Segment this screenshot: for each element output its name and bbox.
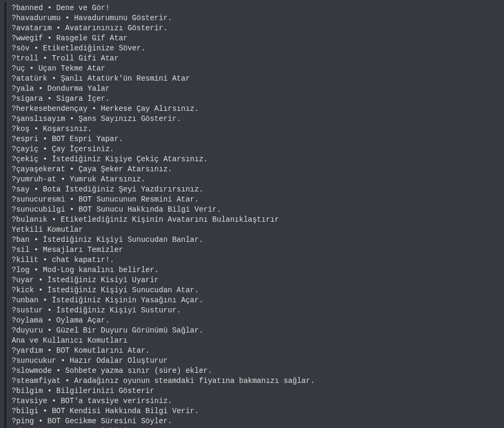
- command-line: ?bilgim • Bilgilerinizi Gösterir: [12, 386, 500, 396]
- command-line: ?unban • İstediğiniz Kişinin Yasağını Aç…: [12, 295, 500, 305]
- separator: •: [65, 205, 79, 214]
- separator: •: [38, 135, 51, 143]
- command-name: ?uç: [12, 64, 25, 73]
- command-description: Bota İstediğiniz Şeyi Yazdırırsınız.: [43, 185, 203, 194]
- separator: •: [52, 366, 65, 375]
- command-line: ?slowmode • Sohbete yazma sınır (süre) e…: [12, 366, 500, 376]
- command-name: ?herkesebendençay: [12, 104, 88, 113]
- command-description: Etiketlediğiniz Kişinin Avatarını Bulanı…: [60, 215, 279, 224]
- command-description: chat kapatır!.: [52, 256, 115, 264]
- command-name: ?kick: [12, 286, 34, 294]
- command-line: ?koş • Koşarsınız.: [12, 124, 500, 134]
- command-line: ?ping • BOT Gecikme Süresini Söyler.: [12, 416, 500, 426]
- separator: •: [34, 84, 47, 93]
- separator: •: [56, 356, 69, 365]
- command-name: ?sigara: [12, 94, 43, 103]
- command-description: BOT Sunucunun Resmini Atar.: [79, 195, 199, 204]
- command-description: Uçan Tekme Atar: [38, 64, 105, 73]
- separator: •: [38, 145, 51, 153]
- command-line: ?sunucukur • Hazır Odalar Oluşturur: [12, 356, 500, 366]
- command-description: BOT'a tavsiye verirsiniz.: [60, 397, 172, 405]
- command-name: ?çayiç: [12, 145, 38, 153]
- command-name: ?ban: [12, 235, 30, 244]
- command-description: İstediğiniz Kişiye Çekiç Atarsınız.: [52, 155, 208, 163]
- separator: •: [43, 316, 56, 325]
- command-description: Rasgele Gif Atar: [56, 34, 127, 42]
- command-name: ?slowmode: [12, 366, 52, 375]
- separator: •: [25, 64, 38, 73]
- command-description: BOT Kendisi Hakkında Bilgi Verir.: [52, 407, 199, 415]
- command-name: ?bulanık: [12, 215, 47, 224]
- command-line: ?say • Bota İstediğiniz Şeyi Yazdırırsın…: [12, 185, 500, 195]
- command-name: ?yumruh-at: [12, 175, 56, 184]
- command-line: ?çayaşekerat • Çaya Şeker Atarsınız.: [12, 164, 500, 174]
- command-line: ?duyuru • Güzel Bir Duyuru Görünümü Sağl…: [12, 326, 500, 336]
- command-line: ?tavsiye • BOT'a tavsiye verirsiniz.: [12, 396, 500, 406]
- command-name: ?unban: [12, 296, 38, 304]
- separator: •: [30, 125, 43, 133]
- command-name: ?havadurumu: [12, 14, 60, 22]
- separator: •: [38, 256, 51, 264]
- command-name: ?sunucukur: [12, 356, 56, 365]
- separator: •: [30, 266, 43, 274]
- command-description: İstediğiniz Kişinin Yasağını Açar.: [52, 296, 204, 304]
- command-line: ?çayiç • Çay İçersiniz.: [12, 144, 500, 154]
- command-line: ?yala • Dondurma Yalar: [12, 84, 500, 94]
- command-name: ?uyar: [12, 276, 34, 284]
- command-name: ?yala: [12, 84, 34, 93]
- command-name: ?sil: [12, 246, 30, 254]
- separator: •: [30, 235, 43, 244]
- command-description: Çay İçersiniz.: [52, 145, 115, 153]
- command-name: ?bilgim: [12, 387, 43, 395]
- command-name: ?atatürk: [12, 74, 47, 83]
- command-name: ?troll: [12, 54, 38, 63]
- command-name: ?tavsiye: [12, 397, 47, 405]
- command-description: BOT Gecikme Süresini Söyler.: [47, 417, 172, 425]
- command-line: ?sil • Mesajları Temizler: [12, 245, 500, 255]
- command-line: ?ban • İstediğiniz Kişiyi Sunucudan Banl…: [12, 235, 500, 245]
- command-name: ?say: [12, 185, 30, 194]
- separator: •: [38, 155, 51, 163]
- separator: •: [34, 276, 47, 284]
- separator: •: [38, 54, 51, 63]
- separator: •: [34, 286, 47, 294]
- command-description: Sohbete yazma sınır (süre) ekler.: [65, 366, 212, 375]
- command-description: Güzel Bir Duyuru Görünümü Sağlar.: [56, 326, 203, 335]
- command-line: ?espri • BOT Espri Yapar.: [12, 134, 500, 144]
- separator: •: [43, 387, 56, 395]
- command-description: Etiketlediğinize Söver.: [43, 44, 145, 53]
- separator: •: [47, 397, 60, 405]
- command-description: Şanlı Atatürk'ün Resmini Atar: [60, 74, 190, 83]
- command-name: ?log: [12, 266, 30, 274]
- command-line: ?yumruh-at • Yumruk Atarsınız.: [12, 174, 500, 185]
- command-line: ?kick • İstediğiniz Kişiyi Sunucudan Ata…: [12, 285, 500, 295]
- separator: •: [60, 14, 74, 22]
- command-description: Havadurumunu Gösterir.: [74, 14, 172, 22]
- command-line: ?uyar • İstediğiniz Kisiyi Uyarir: [12, 275, 500, 285]
- command-name: ?sunucuresmi: [12, 195, 65, 204]
- command-line: ?sunucubilgi • BOT Sunucu Hakkında Bilgi…: [12, 205, 500, 215]
- command-description: Koşarsınız.: [43, 125, 92, 133]
- command-name: ?wwegif: [12, 34, 43, 42]
- command-line: ?oylama • Oylama Açar.: [12, 316, 500, 326]
- command-line: ?söv • Etiketlediğinize Söver.: [12, 43, 500, 54]
- command-name: ?sustur: [12, 306, 43, 315]
- command-description: Bilgilerinizi Gösterir: [56, 387, 154, 395]
- command-line: ?steamfiyat • Aradağınız oyunun steamdak…: [12, 376, 500, 386]
- command-description: Avatarınınızı Gösterir.: [65, 24, 168, 32]
- command-name: ?bilgi: [12, 407, 38, 415]
- separator: •: [56, 175, 69, 184]
- command-name: ?sunucubilgi: [12, 205, 65, 214]
- command-description: Mod-Log kanalını belirler.: [43, 266, 159, 274]
- command-name: ?espri: [12, 135, 38, 143]
- command-line: ?log • Mod-Log kanalını belirler.: [12, 265, 500, 275]
- command-line: ?havadurumu • Havadurumunu Gösterir.: [12, 13, 500, 23]
- command-line: ?bulanık • Etiketlediğiniz Kişinin Avata…: [12, 215, 500, 225]
- separator: •: [30, 185, 43, 194]
- command-description: BOT Espri Yapar.: [52, 135, 123, 143]
- command-description: Herkese Çay Alırsınız.: [101, 104, 199, 113]
- command-name: ?steamfiyat: [12, 377, 60, 385]
- separator: •: [43, 346, 56, 355]
- command-line: ?troll • Troll Gifi Atar: [12, 54, 500, 64]
- separator: •: [60, 377, 74, 385]
